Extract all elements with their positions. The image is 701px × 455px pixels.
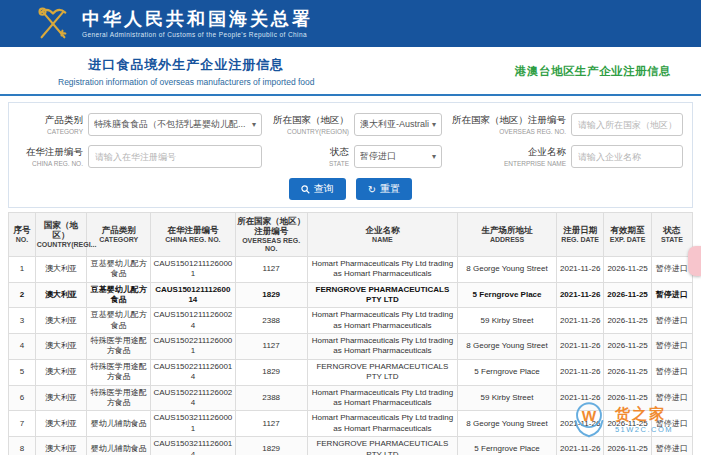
cell-address: 59 Kirby Street	[458, 385, 557, 411]
china-reg-no-label-en: CHINA REG. NO.	[15, 160, 83, 167]
cell-country: 澳大利亚	[35, 282, 87, 308]
cell-no: 2	[9, 282, 36, 308]
china-reg-no-label-cn: 在华注册编号	[15, 146, 83, 159]
cell-reg_date: 2021-11-26	[556, 359, 603, 385]
tab-overseas-registration[interactable]: 进口食品境外生产企业注册信息 Registration information …	[58, 56, 315, 87]
cell-china_reg_no: CAUS15022111260014	[151, 359, 235, 385]
enterprise-name-input[interactable]	[571, 145, 683, 168]
category-select-value: 特殊膳食食品（不包括乳基婴幼儿配...	[94, 118, 246, 131]
category-field: 产品类别 CATEGORY 特殊膳食食品（不包括乳基婴幼儿配... ▾	[15, 113, 265, 136]
search-panel: 产品类别 CATEGORY 特殊膳食食品（不包括乳基婴幼儿配... ▾ 所在国家…	[8, 102, 693, 208]
cell-china_reg_no: CAUS15032111260001	[151, 411, 235, 437]
china-reg-no-label: 在华注册编号 CHINA REG. NO.	[15, 146, 83, 167]
cell-state: 暂停进口	[651, 359, 692, 385]
cell-no: 1	[9, 256, 36, 282]
cell-name: FERNGROVE PHARMACEUTICALS PTY LTD	[307, 282, 457, 308]
cell-address: 5 Ferngrove Place	[458, 282, 557, 308]
cell-category: 豆基婴幼儿配方食品	[87, 282, 151, 308]
chevron-down-icon: ▾	[432, 120, 436, 129]
overseas-reg-no-label-en: OVERSEAS REG. NO.	[450, 128, 566, 135]
china-reg-no-field: 在华注册编号 CHINA REG. NO.	[15, 145, 265, 168]
cell-category: 特殊医学用途配方食品	[87, 385, 151, 411]
category-label-en: CATEGORY	[15, 128, 83, 135]
category-label: 产品类别 CATEGORY	[15, 114, 83, 135]
state-select[interactable]: 暂停进口 ▾	[354, 145, 442, 168]
floating-widget[interactable]	[688, 246, 701, 276]
cell-address: 5 Ferngrove Place	[458, 437, 557, 455]
cell-country: 澳大利亚	[35, 334, 87, 360]
cell-overseas_reg_no: 1127	[235, 334, 307, 360]
search-form: 产品类别 CATEGORY 特殊膳食食品（不包括乳基婴幼儿配... ▾ 所在国家…	[15, 113, 686, 168]
cell-name: FERNGROVE PHARMACEUTICALS PTY LTD	[307, 359, 457, 385]
site-subtitle: General Administration of Customs of the…	[82, 31, 313, 38]
query-button[interactable]: 查询	[289, 178, 346, 200]
overseas-reg-no-input[interactable]	[571, 113, 683, 136]
cell-overseas_reg_no: 1829	[235, 437, 307, 455]
page: 中华人民共和国海关总署 General Administration of Cu…	[0, 0, 701, 455]
cell-name: Homart Pharmaceuticals Pty Ltd trading a…	[307, 256, 457, 282]
cell-country: 澳大利亚	[35, 437, 87, 455]
tab-hmt-registration[interactable]: 港澳台地区生产企业注册信息	[515, 64, 671, 79]
overseas-reg-no-label: 所在国家（地区）注册编号 OVERSEAS REG. NO.	[450, 114, 566, 135]
category-label-cn: 产品类别	[15, 114, 83, 127]
table-row[interactable]: 3澳大利亚豆基婴幼儿配方食品CAUS150121112600242388Homa…	[9, 308, 693, 334]
category-select[interactable]: 特殊膳食食品（不包括乳基婴幼儿配... ▾	[88, 113, 262, 136]
cell-country: 澳大利亚	[35, 385, 87, 411]
cell-state: 暂停进口	[651, 256, 692, 282]
cell-country: 澳大利亚	[35, 256, 87, 282]
cell-china_reg_no: CAUS15032111260014	[151, 437, 235, 455]
watermark-text: 货之家 51W2C.COM	[615, 405, 673, 434]
cell-name: Homart Pharmaceuticals Pty Ltd trading a…	[307, 334, 457, 360]
reset-button[interactable]: ↻ 重置	[356, 178, 412, 200]
table-row[interactable]: 4澳大利亚特殊医学用途配方食品CAUS150221112600011127Hom…	[9, 334, 693, 360]
column-header: 状态STATE	[651, 213, 692, 257]
cell-name: Homart Pharmaceuticals Pty Ltd trading a…	[307, 308, 457, 334]
cell-category: 婴幼儿辅助食品	[87, 437, 151, 455]
cell-china_reg_no: CAUS15012111260024	[151, 308, 235, 334]
country-label-en: COUNTRY(REGION)	[265, 128, 349, 135]
cell-category: 婴幼儿辅助食品	[87, 411, 151, 437]
cell-overseas_reg_no: 1127	[235, 256, 307, 282]
column-header: 企业名称NAME	[307, 213, 457, 257]
column-header: 生产场所地址ADDRESS	[458, 213, 557, 257]
column-header: 产品类别CATEGORY	[87, 213, 151, 257]
table-row[interactable]: 5澳大利亚特殊医学用途配方食品CAUS150221112600141829FER…	[9, 359, 693, 385]
china-reg-no-input[interactable]	[88, 145, 262, 168]
country-field: 所在国家（地区） COUNTRY(REGION) 澳大利亚-Australia …	[265, 113, 450, 136]
cell-no: 6	[9, 385, 36, 411]
table-row[interactable]: 1澳大利亚豆基婴幼儿配方食品CAUS150121112600011127Homa…	[9, 256, 693, 282]
cell-overseas_reg_no: 1829	[235, 282, 307, 308]
column-header: 序号NO.	[9, 213, 36, 257]
cell-reg_date: 2021-11-26	[556, 308, 603, 334]
cell-china_reg_no: CAUS15022111260001	[151, 334, 235, 360]
cell-china_reg_no: CAUS15012111260001	[151, 256, 235, 282]
column-header: 在华注册编号CHINA REG. NO.	[151, 213, 235, 257]
cell-category: 豆基婴幼儿配方食品	[87, 256, 151, 282]
cell-china_reg_no: CAUS15022111260024	[151, 385, 235, 411]
cell-no: 5	[9, 359, 36, 385]
country-select[interactable]: 澳大利亚-Australia ▾	[354, 113, 442, 136]
watermark-logo-icon: W	[567, 397, 611, 441]
cell-name: FERNGROVE PHARMACEUTICALS PTY LTD	[307, 437, 457, 455]
cell-reg_date: 2021-11-26	[556, 334, 603, 360]
state-label-cn: 状态	[265, 146, 349, 159]
tab-bar: 进口食品境外生产企业注册信息 Registration information …	[0, 47, 701, 96]
state-select-value: 暂停进口	[360, 150, 396, 163]
cell-overseas_reg_no: 2388	[235, 308, 307, 334]
cell-overseas_reg_no: 2388	[235, 385, 307, 411]
cell-category: 特殊医学用途配方食品	[87, 359, 151, 385]
header-titles: 中华人民共和国海关总署 General Administration of Cu…	[82, 10, 313, 38]
search-actions: 查询 ↻ 重置	[15, 178, 686, 200]
table-row[interactable]: 2澳大利亚豆基婴幼儿配方食品CAUS150121112600141829FERN…	[9, 282, 693, 308]
tab-overseas-subtitle: Registration information of overseas man…	[58, 77, 315, 87]
cell-address: 8 George Young Street	[458, 256, 557, 282]
cell-reg_date: 2021-11-26	[556, 256, 603, 282]
column-header: 国家（地区）COUNTRY(REGI...	[35, 213, 87, 257]
tab-overseas-title: 进口食品境外生产企业注册信息	[58, 56, 315, 74]
state-label: 状态 STATE	[265, 146, 349, 167]
search-icon	[301, 185, 310, 194]
overseas-reg-no-label-cn: 所在国家（地区）注册编号	[450, 114, 566, 127]
column-header: 有效期至EXP. DATE	[604, 213, 651, 257]
cell-state: 暂停进口	[651, 308, 692, 334]
enterprise-name-label-cn: 企业名称	[450, 146, 566, 159]
